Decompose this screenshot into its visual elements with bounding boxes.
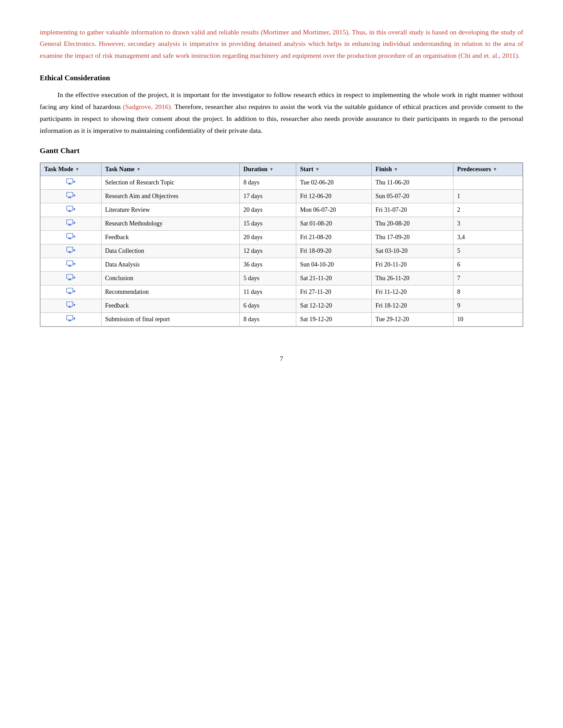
svg-rect-42: [68, 321, 72, 321]
svg-rect-13: [69, 224, 71, 225]
duration-cell: 8 days: [240, 176, 296, 189]
svg-marker-15: [74, 221, 76, 224]
duration-cell: 15 days: [240, 217, 296, 230]
start-header[interactable]: Start ▼: [296, 163, 372, 176]
task-mode-icon: [66, 288, 76, 295]
page: implementing to gather valuable informat…: [0, 0, 563, 728]
table-row: Data Collection12 daysFri 18-09-20Sat 03…: [41, 244, 523, 258]
svg-rect-18: [68, 239, 72, 239]
predecessors-cell: 3: [453, 217, 523, 230]
task-name-cell: Conclusion: [102, 271, 240, 285]
svg-marker-3: [74, 180, 76, 183]
task-mode-dropdown-arrow[interactable]: ▼: [75, 167, 79, 172]
duration-cell: 20 days: [240, 230, 296, 244]
task-mode-header[interactable]: Task Mode ▼: [41, 163, 102, 176]
duration-header[interactable]: Duration ▼: [240, 163, 296, 176]
svg-marker-19: [74, 235, 76, 238]
task-name-cell: Submission of final report: [102, 312, 240, 326]
svg-rect-21: [69, 251, 71, 252]
task-name-cell: Research Methodology: [102, 217, 240, 230]
start-cell: Tue 02-06-20: [296, 176, 372, 189]
finish-cell: Sun 05-07-20: [372, 189, 453, 203]
predecessors-cell: 9: [453, 299, 523, 312]
page-number: 7: [40, 355, 523, 363]
svg-rect-34: [68, 293, 72, 294]
svg-rect-9: [69, 210, 71, 211]
svg-rect-5: [69, 197, 71, 198]
svg-marker-11: [74, 208, 76, 210]
svg-rect-12: [67, 220, 73, 224]
svg-rect-33: [69, 293, 71, 293]
task-mode-cell: [41, 176, 102, 189]
task-name-cell: Research Aim and Objectives: [102, 189, 240, 203]
svg-marker-43: [74, 317, 76, 320]
task-mode-icon: [66, 178, 76, 185]
svg-rect-22: [68, 252, 72, 253]
start-cell: Sat 12-12-20: [296, 299, 372, 312]
svg-marker-23: [74, 249, 76, 251]
finish-header[interactable]: Finish ▼: [372, 163, 453, 176]
duration-cell: 17 days: [240, 189, 296, 203]
finish-dropdown-arrow[interactable]: ▼: [394, 167, 398, 172]
task-mode-icon: [66, 315, 76, 322]
task-mode-icon: [66, 260, 76, 267]
svg-rect-29: [69, 279, 71, 280]
svg-rect-2: [68, 184, 72, 184]
predecessors-cell: 2: [453, 203, 523, 217]
duration-cell: 11 days: [240, 285, 296, 299]
task-mode-icon: [66, 192, 76, 199]
svg-rect-1: [69, 183, 71, 184]
finish-cell: Sat 03-10-20: [372, 244, 453, 258]
duration-cell: 20 days: [240, 203, 296, 217]
finish-cell: Fri 31-07-20: [372, 203, 453, 217]
start-cell: Sat 01-08-20: [296, 217, 372, 230]
task-mode-cell: [41, 189, 102, 203]
svg-rect-8: [67, 206, 73, 210]
start-cell: Sat 19-12-20: [296, 312, 372, 326]
gantt-heading: Gantt Chart: [40, 146, 523, 155]
predecessors-cell: 10: [453, 312, 523, 326]
task-name-header[interactable]: Task Name ▼: [102, 163, 240, 176]
task-name-cell: Data Collection: [102, 244, 240, 258]
predecessors-cell: 5: [453, 244, 523, 258]
duration-cell: 5 days: [240, 271, 296, 285]
duration-dropdown-arrow[interactable]: ▼: [269, 167, 274, 172]
svg-rect-26: [68, 266, 72, 266]
predecessors-header[interactable]: Predecessors ▼: [453, 163, 523, 176]
svg-marker-31: [74, 276, 76, 279]
svg-rect-36: [67, 302, 73, 306]
svg-rect-25: [69, 265, 71, 266]
predecessors-cell: 3,4: [453, 230, 523, 244]
ethical-heading: Ethical Consideration: [40, 74, 523, 83]
task-mode-cell: [41, 312, 102, 326]
task-name-dropdown-arrow[interactable]: ▼: [136, 167, 141, 172]
start-cell: Fri 18-09-20: [296, 244, 372, 258]
predecessors-cell: 6: [453, 258, 523, 271]
task-mode-icon: [66, 274, 76, 281]
table-row: Literature Review20 daysMon 06-07-20Fri …: [41, 203, 523, 217]
table-row: Conclusion5 daysSat 21-11-20Thu 26-11-20…: [41, 271, 523, 285]
task-mode-cell: [41, 258, 102, 271]
task-name-cell: Selection of Research Topic: [102, 176, 240, 189]
task-name-cell: Literature Review: [102, 203, 240, 217]
start-cell: Fri 12-06-20: [296, 189, 372, 203]
table-row: Data Analysis36 daysSun 04-10-20Fri 20-1…: [41, 258, 523, 271]
svg-rect-6: [68, 198, 72, 198]
table-header-row: Task Mode ▼ Task Name ▼ Duration ▼: [41, 163, 523, 176]
duration-cell: 36 days: [240, 258, 296, 271]
task-mode-cell: [41, 244, 102, 258]
table-row: Research Aim and Objectives17 daysFri 12…: [41, 189, 523, 203]
svg-marker-7: [74, 194, 76, 197]
pred-dropdown-arrow[interactable]: ▼: [493, 167, 497, 172]
start-dropdown-arrow[interactable]: ▼: [315, 167, 320, 172]
table-row: Submission of final report8 daysSat 19-1…: [41, 312, 523, 326]
svg-marker-39: [74, 304, 76, 306]
svg-rect-32: [67, 288, 73, 293]
start-cell: Sun 04-10-20: [296, 258, 372, 271]
svg-rect-40: [67, 315, 73, 320]
finish-cell: Fri 20-11-20: [372, 258, 453, 271]
task-mode-cell: [41, 285, 102, 299]
finish-cell: Thu 20-08-20: [372, 217, 453, 230]
table-row: Feedback20 daysFri 21-08-20Thu 17-09-203…: [41, 230, 523, 244]
table-row: Selection of Research Topic8 daysTue 02-…: [41, 176, 523, 189]
